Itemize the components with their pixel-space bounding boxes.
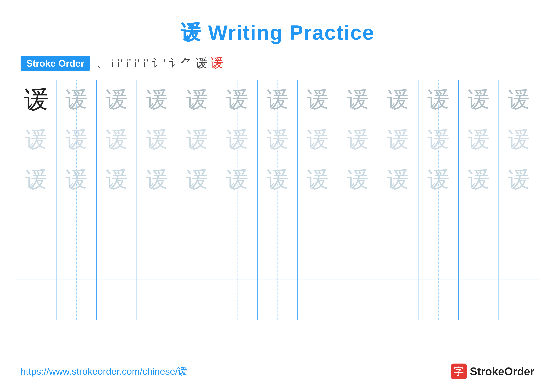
grid-cell-r1c8[interactable]: 谖 (298, 80, 338, 120)
grid-cell-r4c3[interactable] (96, 200, 137, 240)
grid-cell-r4c4[interactable] (137, 200, 177, 240)
grid-cell-r3c4[interactable]: 谖 (137, 160, 177, 200)
grid-cell-r2c4[interactable]: 谖 (137, 120, 177, 160)
grid-cell-r1c7[interactable]: 谖 (257, 80, 298, 120)
grid-cell-r5c2[interactable] (56, 240, 96, 280)
stroke-4: i' (126, 57, 131, 70)
grid-cell-r3c5[interactable]: 谖 (177, 160, 217, 200)
grid-cell-r5c3[interactable] (96, 240, 137, 280)
grid-cell-r6c6[interactable] (217, 280, 257, 320)
grid-cell-r4c13[interactable] (499, 200, 539, 240)
grid-cell-r4c8[interactable] (298, 200, 338, 240)
grid-cell-r4c9[interactable] (338, 200, 378, 240)
grid-cell-r1c3[interactable]: 谖 (96, 80, 137, 120)
grid-cell-r2c13[interactable]: 谖 (499, 120, 539, 160)
grid-cell-r1c4[interactable]: 谖 (137, 80, 177, 120)
grid-cell-r5c5[interactable] (177, 240, 217, 280)
grid-cell-r2c5[interactable]: 谖 (177, 120, 217, 160)
grid-cell-r5c9[interactable] (338, 240, 378, 280)
grid-cell-r1c13[interactable]: 谖 (499, 80, 539, 120)
practice-grid: 谖 谖 谖 谖 谖 谖 谖 谖 谖 谖 谖 谖 谖 谖 谖 谖 谖 (16, 80, 539, 320)
grid-cell-r2c6[interactable]: 谖 (217, 120, 257, 160)
stroke-6: i' (143, 57, 148, 70)
stroke-8: 讠⺈ (169, 55, 192, 71)
grid-cell-r6c12[interactable] (459, 280, 499, 320)
grid-cell-r2c9[interactable]: 谖 (338, 120, 378, 160)
grid-cell-r5c4[interactable] (137, 240, 177, 280)
grid-cell-r3c10[interactable]: 谖 (378, 160, 418, 200)
grid-cell-r6c5[interactable] (177, 280, 217, 320)
grid-cell-r2c12[interactable]: 谖 (459, 120, 499, 160)
grid-cell-r1c1[interactable]: 谖 (16, 80, 56, 120)
grid-cell-r6c2[interactable] (56, 280, 96, 320)
grid-cell-r6c11[interactable] (418, 280, 459, 320)
grid-cell-r2c3[interactable]: 谖 (96, 120, 137, 160)
stroke-order-section: Stroke Order 、 i i' i' i' i' 讠' 讠⺈ 谖 谖 (0, 47, 555, 77)
grid-cell-r1c11[interactable]: 谖 (418, 80, 459, 120)
grid-cell-r1c5[interactable]: 谖 (177, 80, 217, 120)
grid-cell-r4c11[interactable] (418, 200, 459, 240)
grid-cell-r5c12[interactable] (459, 240, 499, 280)
grid-cell-r2c10[interactable]: 谖 (378, 120, 418, 160)
footer-logo: 字 StrokeOrder (451, 363, 534, 379)
grid-cell-r3c9[interactable]: 谖 (338, 160, 378, 200)
logo-name: StrokeOrder (470, 365, 534, 378)
stroke-7: 讠' (151, 55, 166, 71)
grid-cell-r2c7[interactable]: 谖 (257, 120, 298, 160)
grid-cell-r2c1[interactable]: 谖 (16, 120, 56, 160)
stroke-3: i' (117, 57, 123, 70)
grid-cell-r6c7[interactable] (257, 280, 298, 320)
grid-cell-r4c6[interactable] (217, 200, 257, 240)
grid-cell-r5c7[interactable] (257, 240, 298, 280)
grid-cell-r4c2[interactable] (56, 200, 96, 240)
grid-cell-r3c12[interactable]: 谖 (459, 160, 499, 200)
grid-cell-r6c13[interactable] (499, 280, 539, 320)
grid-cell-r5c6[interactable] (217, 240, 257, 280)
grid-cell-r4c10[interactable] (378, 200, 418, 240)
grid-cell-r6c8[interactable] (298, 280, 338, 320)
grid-cell-r5c1[interactable] (16, 240, 56, 280)
stroke-9: 谖 (196, 55, 207, 71)
grid-cell-r6c4[interactable] (137, 280, 177, 320)
footer: https://www.strokeorder.com/chinese/谖 字 … (0, 363, 555, 379)
grid-cell-r3c3[interactable]: 谖 (96, 160, 137, 200)
grid-cell-r5c11[interactable] (418, 240, 459, 280)
stroke-1: 、 (96, 56, 107, 71)
stroke-sequence: 、 i i' i' i' i' 讠' 讠⺈ 谖 谖 (96, 55, 223, 72)
grid-cell-r3c1[interactable]: 谖 (16, 160, 56, 200)
grid-cell-r4c5[interactable] (177, 200, 217, 240)
grid-cell-r2c11[interactable]: 谖 (418, 120, 459, 160)
grid-cell-r1c10[interactable]: 谖 (378, 80, 418, 120)
grid-cell-r3c11[interactable]: 谖 (418, 160, 459, 200)
grid-cell-r2c8[interactable]: 谖 (298, 120, 338, 160)
stroke-10: 谖 (211, 55, 223, 72)
grid-cell-r1c6[interactable]: 谖 (217, 80, 257, 120)
grid-cell-r3c7[interactable]: 谖 (257, 160, 298, 200)
grid-cell-r5c10[interactable] (378, 240, 418, 280)
stroke-order-badge: Stroke Order (21, 56, 90, 71)
grid-cell-r3c6[interactable]: 谖 (217, 160, 257, 200)
grid-cell-r6c3[interactable] (96, 280, 137, 320)
grid-cell-r6c1[interactable] (16, 280, 56, 320)
grid-cell-r1c12[interactable]: 谖 (459, 80, 499, 120)
grid-cell-r4c12[interactable] (459, 200, 499, 240)
stroke-5: i' (134, 57, 139, 70)
logo-icon: 字 (451, 363, 467, 379)
grid-cell-r4c1[interactable] (16, 200, 56, 240)
grid-cell-r2c2[interactable]: 谖 (56, 120, 96, 160)
stroke-2: i (110, 57, 114, 70)
grid-cell-r1c9[interactable]: 谖 (338, 80, 378, 120)
page-title: 谖 Writing Practice (0, 0, 555, 47)
grid-cell-r3c8[interactable]: 谖 (298, 160, 338, 200)
grid-cell-r5c13[interactable] (499, 240, 539, 280)
grid-cell-r6c9[interactable] (338, 280, 378, 320)
footer-url[interactable]: https://www.strokeorder.com/chinese/谖 (21, 365, 187, 378)
grid-cell-r1c2[interactable]: 谖 (56, 80, 96, 120)
grid-cell-r5c8[interactable] (298, 240, 338, 280)
grid-cell-r4c7[interactable] (257, 200, 298, 240)
grid-cell-r6c10[interactable] (378, 280, 418, 320)
grid-cell-r3c2[interactable]: 谖 (56, 160, 96, 200)
grid-cell-r3c13[interactable]: 谖 (499, 160, 539, 200)
